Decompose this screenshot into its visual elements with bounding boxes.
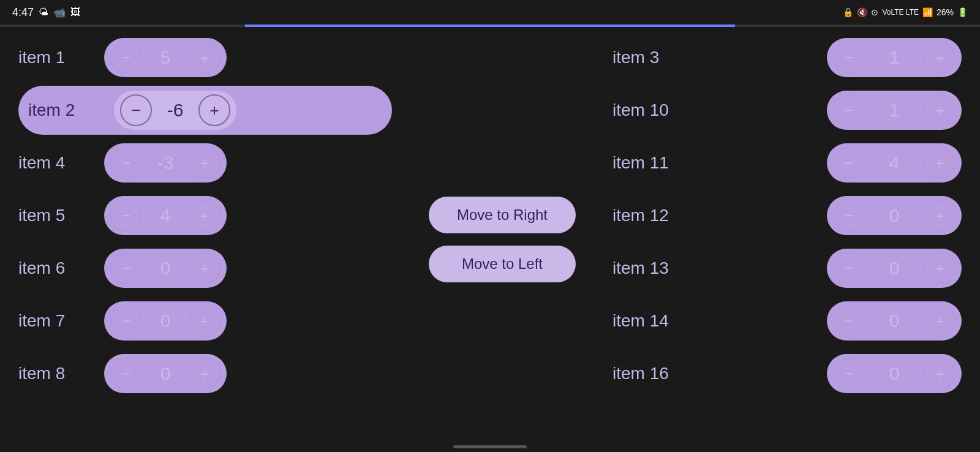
left-decrement-6[interactable]: − (110, 252, 142, 284)
right-item-label-16: item 16 (612, 364, 698, 383)
right-increment-14[interactable]: + (924, 305, 956, 337)
mute-icon: 🔇 (857, 7, 867, 17)
right-increment-12[interactable]: + (924, 200, 956, 232)
right-value-13: 0 (870, 258, 919, 279)
right-stepper-12: − 0 + (827, 196, 962, 235)
lock-icon: 🔒 (843, 7, 853, 17)
right-item-label-12: item 12 (612, 206, 698, 225)
status-right: 🔒 🔇 ⊙ VoLTE LTE 📶 26% 🔋 (843, 7, 968, 17)
right-decrement-3[interactable]: − (833, 42, 865, 73)
left-stepper-6: − 0 + (104, 249, 227, 288)
battery-icon: 🔋 (957, 7, 968, 17)
right-decrement-11[interactable]: − (833, 147, 865, 179)
weather-icon: 🌤 (39, 7, 48, 18)
left-decrement-5[interactable]: − (110, 200, 142, 232)
left-value-2: -6 (157, 100, 194, 121)
left-panel: item 1 − 5 + item 2 − -6 + item 4 − -3 + (0, 33, 410, 446)
right-value-16: 0 (870, 363, 919, 384)
left-stepper-4: − -3 + (104, 143, 227, 183)
right-decrement-13[interactable]: − (833, 252, 865, 284)
left-decrement-8[interactable]: − (110, 358, 142, 390)
right-decrement-16[interactable]: − (833, 358, 865, 390)
left-increment-7[interactable]: + (189, 305, 221, 337)
right-panel: item 3 − 1 + item 10 − 1 + item 11 − 4 + (594, 33, 980, 446)
right-increment-3[interactable]: + (924, 42, 956, 73)
progress-bar-fill (245, 24, 735, 27)
left-item-row-8: item 8 − 0 + (18, 349, 392, 398)
right-item-row-13: item 13 − 0 + (612, 244, 962, 293)
left-value-4: -3 (147, 153, 184, 173)
left-stepper-7: − 0 + (104, 301, 227, 341)
right-item-label-3: item 3 (612, 48, 698, 67)
left-value-1: 5 (147, 47, 184, 68)
left-increment-8[interactable]: + (189, 358, 221, 390)
lte-label: VoLTE LTE (882, 8, 919, 17)
left-item-label-4: item 4 (18, 153, 92, 173)
left-value-5: 4 (147, 205, 184, 226)
right-item-row-12: item 12 − 0 + (612, 191, 962, 240)
right-item-row-16: item 16 − 0 + (612, 349, 962, 398)
left-increment-5[interactable]: + (189, 200, 221, 232)
left-item-label-1: item 1 (18, 48, 92, 67)
left-item-label-6: item 6 (18, 258, 92, 278)
right-item-row-3: item 3 − 1 + (612, 33, 962, 82)
main-content: item 1 − 5 + item 2 − -6 + item 4 − -3 + (0, 27, 980, 452)
right-item-row-11: item 11 − 4 + (612, 138, 962, 187)
left-stepper-8: − 0 + (104, 354, 227, 393)
left-item-label-2: item 2 (28, 100, 102, 120)
status-left: 4:47 🌤 📹 🖼 (12, 6, 80, 19)
left-decrement-2[interactable]: − (120, 94, 152, 126)
left-increment-2[interactable]: + (198, 94, 230, 126)
right-item-label-10: item 10 (612, 100, 698, 120)
right-value-12: 0 (870, 205, 919, 226)
right-increment-13[interactable]: + (924, 252, 956, 284)
right-value-14: 0 (870, 311, 919, 331)
right-increment-10[interactable]: + (924, 94, 956, 126)
right-stepper-3: − 1 + (827, 38, 962, 77)
camera-icon: 📹 (53, 7, 66, 18)
home-indicator (453, 445, 527, 448)
battery-display: 26% (937, 7, 954, 17)
left-decrement-4[interactable]: − (110, 147, 142, 179)
left-value-8: 0 (147, 363, 184, 384)
left-item-row-5: item 5 − 4 + (18, 191, 392, 240)
right-item-label-14: item 14 (612, 311, 698, 331)
right-stepper-10: − 1 + (827, 91, 962, 130)
left-item-row-2[interactable]: item 2 − -6 + (18, 86, 392, 135)
progress-bar-container (0, 24, 980, 27)
left-item-label-8: item 8 (18, 364, 92, 383)
left-item-label-7: item 7 (18, 311, 92, 331)
left-stepper-1: − 5 + (104, 38, 227, 77)
right-decrement-10[interactable]: − (833, 94, 865, 126)
left-decrement-7[interactable]: − (110, 305, 142, 337)
right-item-row-14: item 14 − 0 + (612, 296, 962, 345)
left-value-6: 0 (147, 258, 184, 279)
move-to-left-button[interactable]: Move to Left (429, 246, 576, 282)
left-increment-6[interactable]: + (189, 252, 221, 284)
right-item-label-11: item 11 (612, 153, 698, 173)
left-stepper-5: − 4 + (104, 196, 227, 235)
right-increment-16[interactable]: + (924, 358, 956, 390)
move-to-right-button[interactable]: Move to Right (429, 197, 576, 233)
left-decrement-1[interactable]: − (110, 42, 142, 73)
left-increment-4[interactable]: + (189, 147, 221, 179)
signal-icon: 📶 (922, 7, 933, 17)
left-stepper-2: − -6 + (114, 91, 236, 130)
left-item-row-7: item 7 − 0 + (18, 296, 392, 345)
right-stepper-14: − 0 + (827, 301, 962, 341)
right-decrement-14[interactable]: − (833, 305, 865, 337)
left-item-label-5: item 5 (18, 206, 92, 225)
right-stepper-13: − 0 + (827, 249, 962, 288)
right-item-label-13: item 13 (612, 258, 698, 278)
left-item-row-4: item 4 − -3 + (18, 138, 392, 187)
left-increment-1[interactable]: + (189, 42, 221, 73)
location-icon: ⊙ (871, 7, 878, 17)
photo-icon: 🖼 (70, 7, 80, 18)
right-stepper-11: − 4 + (827, 143, 962, 183)
right-value-11: 4 (870, 153, 919, 173)
center-panel: Move to Right Move to Left (410, 33, 594, 446)
right-value-10: 1 (870, 100, 919, 121)
right-increment-11[interactable]: + (924, 147, 956, 179)
right-decrement-12[interactable]: − (833, 200, 865, 232)
right-value-3: 1 (870, 47, 919, 68)
